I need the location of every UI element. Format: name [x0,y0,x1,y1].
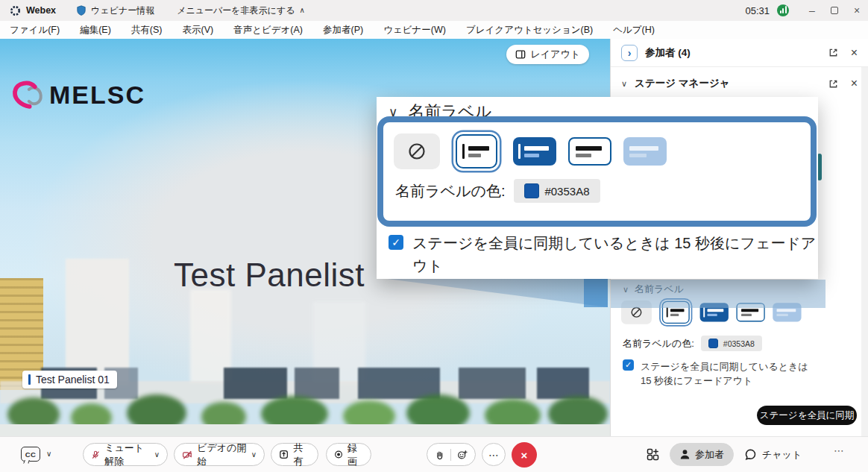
webex-logo-icon [10,5,21,16]
camera-off-icon [182,449,192,461]
active-speaker-name: Test Panelist [174,257,365,294]
chevron-down-icon[interactable]: ∨ [621,79,627,89]
label-style-translucent-button[interactable] [623,137,667,166]
menu-file[interactable]: ファイル(F) [10,24,60,37]
more-options-button[interactable]: ⋯ [482,443,506,466]
unmute-button[interactable]: ミュート解除 ∨ [83,443,168,466]
magnifier-frame: 名前ラベルの色: #0353A8 [377,116,817,227]
start-video-button[interactable]: ビデオの開始 ∨ [174,443,265,466]
reactions-button[interactable] [427,443,476,466]
hide-menubar-button[interactable]: メニューバーを非表示にする ∧ [177,4,305,17]
color-picker-button[interactable]: #0353A8 [514,179,600,203]
label-style-light-selected-button[interactable] [662,301,690,324]
sync-text-line2: 15 秒後にフェードアウト [641,375,752,386]
menu-breakout[interactable]: ブレイクアウトセッション(B) [466,24,593,37]
expand-panel-button[interactable]: › [621,45,638,61]
name-label-magnifier-popup: ∨ 名前ラベル [377,97,818,279]
color-label: 名前ラベルの色: [623,337,694,350]
menu-webinar[interactable]: ウェビナー(W) [383,24,446,37]
restore-button[interactable] [823,2,846,19]
webinar-info-button[interactable]: ウェビナー情報 [77,4,154,17]
layout-icon [515,49,526,60]
color-picker-button[interactable]: #0353A8 [701,336,762,351]
sync-stage-button[interactable]: ステージを全員に同期 [757,406,857,425]
label-style-blue-button[interactable] [700,303,729,321]
color-swatch [524,183,539,198]
sidebar-scrollbar[interactable] [861,67,868,436]
brand-name: MELSC [49,81,145,110]
magnified-sync-text: ステージを全員に同期しているときは 15 秒後にフェードアウト [412,232,819,277]
start-video-label: ビデオの開始 [197,441,246,468]
chevron-up-icon: ∧ [299,7,304,14]
skyline-tower [66,259,129,386]
name-label-style-options [621,300,815,330]
menu-share[interactable]: 共有(S) [131,24,163,37]
layout-button[interactable]: レイアウト [506,45,589,64]
share-button[interactable]: 共有 [271,443,318,466]
name-label-text: Test Panelist 01 [36,374,110,386]
melsc-brand: MELSC [10,80,145,110]
webex-window: Webex ウェビナー情報 メニューバーを非表示にする ∧ 05:31 – × … [0,0,868,472]
share-label: 共有 [293,441,310,468]
minimize-button[interactable]: – [801,2,823,19]
chat-toggle-button[interactable]: チャット [744,443,802,466]
toolbar-more-icon[interactable]: ⋯ [834,444,845,456]
apps-button[interactable] [646,447,660,462]
style-bar [667,307,668,317]
name-label-section-title: 名前ラベル [635,283,684,296]
prohibition-icon [407,142,427,161]
color-swatch [708,339,718,348]
record-button[interactable]: 録画 [326,443,371,466]
popout-icon[interactable] [828,47,839,58]
cc-icon: CC [21,447,40,462]
chevron-down-icon: ∨ [623,285,629,295]
close-window-button[interactable]: × [846,2,868,19]
skyline-block [537,368,589,399]
stage-manager-header: ∨ ステージ マネージャ × [611,67,868,100]
record-label: 録画 [347,441,363,468]
label-style-outline-button[interactable] [736,303,764,321]
label-style-translucent-button[interactable] [773,303,801,321]
color-value: #0353A8 [723,339,755,348]
name-label-color-row: 名前ラベルの色: #0353A8 [623,336,762,351]
captions-button[interactable]: CC ∨ [21,447,51,462]
magnified-sync-checkbox-row: ✓ ステージを全員に同期しているときは 15 秒後にフェードアウト [389,232,819,277]
popout-icon[interactable] [828,78,839,89]
sync-text-line1: ステージを全員に同期しているときは [641,361,808,372]
leave-meeting-button[interactable]: × [512,442,537,468]
meeting-timer: 05:31 [745,5,770,16]
menu-participants[interactable]: 参加者(P) [323,24,363,37]
checkbox-checked[interactable]: ✓ [389,235,403,250]
label-style-none-button[interactable] [394,133,440,169]
shield-icon [77,5,86,16]
title-bar: Webex ウェビナー情報 メニューバーを非表示にする ∧ 05:31 – × [0,0,868,21]
skyline-block [358,368,440,399]
menu-help[interactable]: ヘルプ(H) [613,24,655,37]
chevron-down-icon: ∨ [154,451,160,459]
apps-grid-icon [646,447,660,462]
label-style-blue-button[interactable] [513,137,556,166]
reaction-smiley-icon [457,449,468,461]
menu-view[interactable]: 表示(V) [182,24,213,37]
hide-menubar-label: メニューバーを非表示にする [177,4,295,17]
participants-label: 参加者 [695,448,724,462]
close-panel-icon[interactable]: × [851,78,858,89]
label-style-light-selected-button[interactable] [456,134,497,169]
melsc-heart-logo-icon [10,80,45,110]
stage-manager-title: ステージ マネージャ [635,77,729,90]
magnified-color-row: 名前ラベルの色: #0353A8 [395,179,811,203]
participants-toggle-button[interactable]: 参加者 [670,443,734,466]
label-style-outline-button[interactable] [568,137,611,166]
label-style-none-button[interactable] [621,300,652,324]
name-label-section-header[interactable]: ∨ 名前ラベル [623,283,684,296]
shoreline [0,424,610,436]
color-value: #0353A8 [544,185,589,198]
checkbox-checked[interactable]: ✓ [623,359,634,371]
connection-quality-icon[interactable] [777,4,789,16]
style-bar [518,144,521,159]
magnified-style-options [394,133,811,169]
menu-audio-video[interactable]: 音声とビデオ(A) [233,24,303,37]
menu-edit[interactable]: 編集(E) [80,24,111,37]
close-panel-icon[interactable]: × [851,47,858,59]
skyline-block [459,368,526,399]
